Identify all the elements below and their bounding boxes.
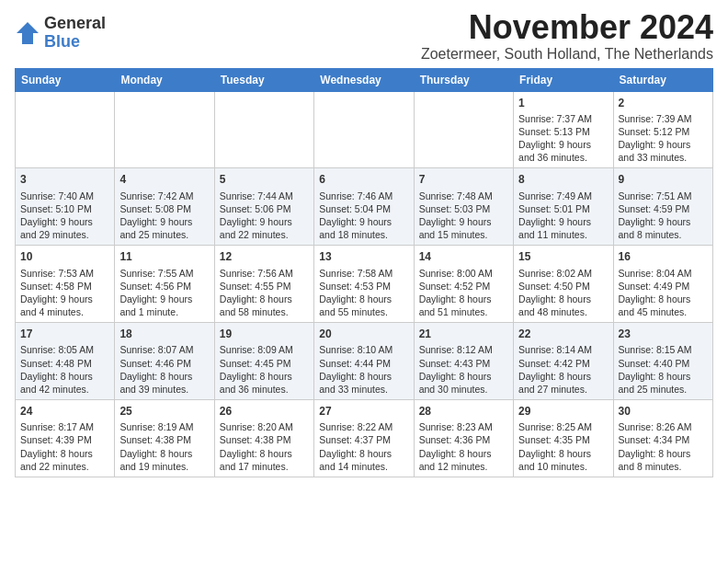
weekday-header-friday: Friday xyxy=(514,68,613,91)
sunset-text: Sunset: 5:08 PM xyxy=(119,203,191,214)
sunrise-text: Sunrise: 8:12 AM xyxy=(419,344,493,355)
daylight-text: Daylight: 9 hours and 1 minute. xyxy=(119,293,192,317)
sunrise-text: Sunrise: 7:37 AM xyxy=(518,113,592,124)
calendar-cell xyxy=(314,91,414,168)
sunrise-text: Sunrise: 7:56 AM xyxy=(220,268,293,279)
sunrise-text: Sunrise: 7:49 AM xyxy=(518,190,592,201)
sunrise-text: Sunrise: 8:25 AM xyxy=(518,421,592,432)
sunset-text: Sunset: 4:36 PM xyxy=(419,434,491,445)
sunrise-text: Sunrise: 7:58 AM xyxy=(319,268,392,279)
location-title: Zoetermeer, South Holland, The Netherlan… xyxy=(421,46,713,63)
logo: General Blue xyxy=(15,15,106,52)
day-number: 14 xyxy=(419,249,508,264)
day-number: 20 xyxy=(319,327,408,341)
daylight-text: Daylight: 9 hours and 33 minutes. xyxy=(619,139,691,163)
daylight-text: Daylight: 8 hours and 10 minutes. xyxy=(518,448,591,472)
sunrise-text: Sunrise: 8:15 AM xyxy=(619,344,692,355)
daylight-text: Daylight: 8 hours and 45 minutes. xyxy=(619,293,691,317)
sunrise-text: Sunrise: 8:10 AM xyxy=(319,344,392,355)
calendar-cell: 2Sunrise: 7:39 AMSunset: 5:12 PMDaylight… xyxy=(613,91,712,168)
calendar-cell: 16Sunrise: 8:04 AMSunset: 4:49 PMDayligh… xyxy=(613,246,712,323)
daylight-text: Daylight: 8 hours and 58 minutes. xyxy=(220,293,292,317)
calendar-cell: 4Sunrise: 7:42 AMSunset: 5:08 PMDaylight… xyxy=(115,168,214,246)
weekday-header-tuesday: Tuesday xyxy=(214,68,313,91)
calendar-cell: 8Sunrise: 7:49 AMSunset: 5:01 PMDaylight… xyxy=(514,168,613,246)
daylight-text: Daylight: 8 hours and 19 minutes. xyxy=(119,448,192,472)
sunset-text: Sunset: 5:03 PM xyxy=(419,203,491,214)
sunset-text: Sunset: 4:44 PM xyxy=(319,358,391,369)
sunset-text: Sunset: 4:35 PM xyxy=(518,434,590,445)
svg-marker-0 xyxy=(17,22,39,44)
calendar-cell: 10Sunrise: 7:53 AMSunset: 4:58 PMDayligh… xyxy=(16,246,115,323)
calendar-cell: 19Sunrise: 8:09 AMSunset: 4:45 PMDayligh… xyxy=(214,323,313,400)
sunset-text: Sunset: 4:50 PM xyxy=(518,281,590,292)
sunset-text: Sunset: 5:01 PM xyxy=(518,203,590,214)
daylight-text: Daylight: 9 hours and 22 minutes. xyxy=(220,216,292,240)
logo-general: General xyxy=(44,15,106,33)
calendar-cell: 20Sunrise: 8:10 AMSunset: 4:44 PMDayligh… xyxy=(314,323,414,400)
calendar-cell: 7Sunrise: 7:48 AMSunset: 5:03 PMDaylight… xyxy=(414,168,513,246)
day-number: 21 xyxy=(419,327,508,341)
day-number: 7 xyxy=(419,172,508,187)
day-number: 18 xyxy=(119,327,209,341)
daylight-text: Daylight: 8 hours and 51 minutes. xyxy=(419,293,492,317)
sunrise-text: Sunrise: 7:40 AM xyxy=(20,190,94,201)
sunrise-text: Sunrise: 7:46 AM xyxy=(319,190,392,201)
calendar-cell: 5Sunrise: 7:44 AMSunset: 5:06 PMDaylight… xyxy=(214,168,313,246)
daylight-text: Daylight: 8 hours and 36 minutes. xyxy=(220,371,292,395)
day-number: 1 xyxy=(518,96,608,110)
calendar-cell: 24Sunrise: 8:17 AMSunset: 4:39 PMDayligh… xyxy=(16,400,115,477)
daylight-text: Daylight: 8 hours and 22 minutes. xyxy=(20,448,93,472)
day-number: 5 xyxy=(220,172,309,187)
sunrise-text: Sunrise: 7:51 AM xyxy=(619,190,692,201)
calendar-week-2: 3Sunrise: 7:40 AMSunset: 5:10 PMDaylight… xyxy=(16,168,713,246)
calendar-cell xyxy=(115,91,214,168)
calendar-cell: 26Sunrise: 8:20 AMSunset: 4:38 PMDayligh… xyxy=(214,400,313,477)
calendar-cell: 25Sunrise: 8:19 AMSunset: 4:38 PMDayligh… xyxy=(115,400,214,477)
sunrise-text: Sunrise: 7:42 AM xyxy=(119,190,193,201)
sunset-text: Sunset: 4:38 PM xyxy=(119,434,191,445)
daylight-text: Daylight: 8 hours and 17 minutes. xyxy=(220,448,292,472)
day-number: 19 xyxy=(220,327,309,341)
daylight-text: Daylight: 9 hours and 36 minutes. xyxy=(518,139,591,163)
sunset-text: Sunset: 4:40 PM xyxy=(619,358,690,369)
daylight-text: Daylight: 8 hours and 55 minutes. xyxy=(319,293,392,317)
calendar-table: SundayMondayTuesdayWednesdayThursdayFrid… xyxy=(15,68,713,477)
daylight-text: Daylight: 8 hours and 8 minutes. xyxy=(619,448,691,472)
calendar-cell: 29Sunrise: 8:25 AMSunset: 4:35 PMDayligh… xyxy=(514,400,613,477)
sunrise-text: Sunrise: 7:53 AM xyxy=(20,268,94,279)
calendar-cell xyxy=(16,91,115,168)
sunset-text: Sunset: 4:49 PM xyxy=(619,281,690,292)
sunset-text: Sunset: 4:39 PM xyxy=(20,434,92,445)
sunset-text: Sunset: 4:37 PM xyxy=(319,434,391,445)
day-number: 26 xyxy=(220,404,309,419)
logo-text: General Blue xyxy=(44,15,106,52)
sunset-text: Sunset: 4:38 PM xyxy=(220,434,291,445)
sunrise-text: Sunrise: 7:55 AM xyxy=(119,268,193,279)
calendar-week-1: 1Sunrise: 7:37 AMSunset: 5:13 PMDaylight… xyxy=(16,91,713,168)
day-number: 22 xyxy=(518,327,608,341)
month-title: November 2024 xyxy=(421,9,713,46)
weekday-header-wednesday: Wednesday xyxy=(314,68,414,91)
daylight-text: Daylight: 8 hours and 42 minutes. xyxy=(20,371,93,395)
weekday-header-monday: Monday xyxy=(115,68,214,91)
weekday-header-sunday: Sunday xyxy=(16,68,115,91)
sunset-text: Sunset: 4:58 PM xyxy=(20,281,92,292)
daylight-text: Daylight: 8 hours and 27 minutes. xyxy=(518,371,591,395)
sunrise-text: Sunrise: 7:39 AM xyxy=(619,113,692,124)
day-number: 29 xyxy=(518,404,608,419)
sunset-text: Sunset: 5:13 PM xyxy=(518,126,590,137)
daylight-text: Daylight: 8 hours and 25 minutes. xyxy=(619,371,691,395)
sunrise-text: Sunrise: 8:23 AM xyxy=(419,421,493,432)
calendar-cell: 12Sunrise: 7:56 AMSunset: 4:55 PMDayligh… xyxy=(214,246,313,323)
day-number: 4 xyxy=(119,172,209,187)
day-number: 28 xyxy=(419,404,508,419)
day-number: 16 xyxy=(619,249,708,264)
calendar-cell: 1Sunrise: 7:37 AMSunset: 5:13 PMDaylight… xyxy=(514,91,613,168)
calendar-cell: 30Sunrise: 8:26 AMSunset: 4:34 PMDayligh… xyxy=(613,400,712,477)
sunset-text: Sunset: 4:45 PM xyxy=(220,358,291,369)
day-number: 3 xyxy=(20,172,109,187)
daylight-text: Daylight: 9 hours and 29 minutes. xyxy=(20,216,93,240)
sunrise-text: Sunrise: 7:44 AM xyxy=(220,190,293,201)
daylight-text: Daylight: 8 hours and 14 minutes. xyxy=(319,448,392,472)
